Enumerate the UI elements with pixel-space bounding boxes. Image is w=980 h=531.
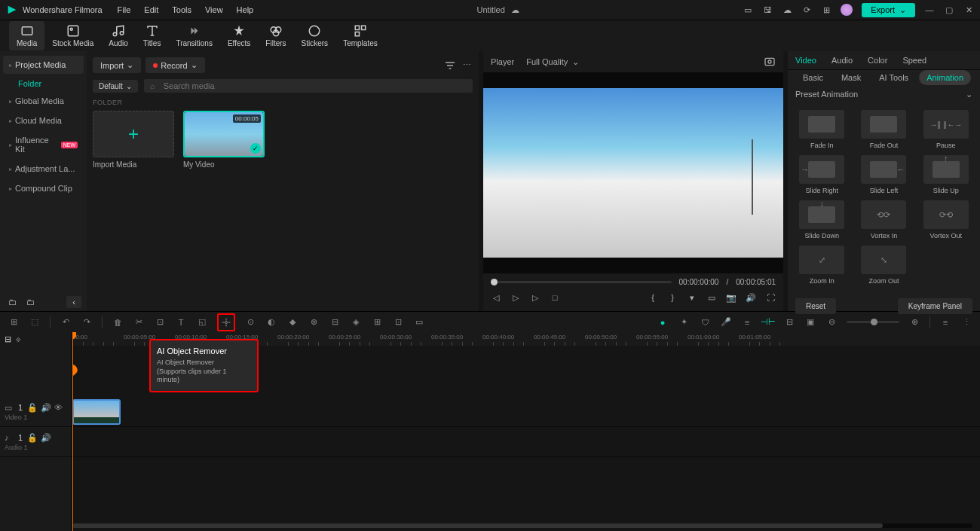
save-icon[interactable]: 🖫 — [762, 5, 773, 15]
crop-button[interactable]: ⊡ — [154, 316, 166, 328]
mix-icon[interactable]: ✦ — [678, 316, 690, 328]
anim-zoom-in[interactable]: ⤢Zoom In — [794, 246, 850, 285]
split-button[interactable]: ✂ — [133, 316, 145, 328]
subtab-animation[interactable]: Animation — [919, 70, 971, 85]
trim-icon[interactable]: ⊟ — [5, 334, 11, 344]
sidebar-item-project-media[interactable]: ▸Project Media — [3, 56, 84, 74]
keyframe-panel-button[interactable]: Keyframe Panel — [898, 298, 972, 314]
play-button[interactable]: ▷ — [530, 292, 541, 303]
layout-icon[interactable]: ⊞ — [8, 316, 20, 328]
close-button[interactable]: ✕ — [963, 5, 974, 15]
sidebar-item-influence-kit[interactable]: ▸Influence KitNEW — [3, 131, 84, 158]
mark-in-button[interactable]: { — [648, 292, 658, 303]
export-button[interactable]: Export ⌄ — [862, 3, 915, 17]
anim-vortex-out[interactable]: ⟳⟲Vortex Out — [918, 200, 974, 240]
apps-icon[interactable]: ⊞ — [821, 5, 831, 15]
fullscreen-icon[interactable]: ⛶ — [765, 292, 776, 303]
preset-animation-header[interactable]: Preset Animation ⌄ — [788, 85, 980, 104]
record-button[interactable]: Record⌄ — [145, 57, 204, 73]
video-clip[interactable] — [72, 399, 121, 425]
anim-pause[interactable]: →‖ ‖←→Pause — [918, 110, 974, 149]
rtab-video[interactable]: Video — [795, 51, 816, 69]
snapshot-icon[interactable] — [764, 56, 776, 68]
user-avatar[interactable] — [841, 4, 853, 16]
magnet-icon[interactable]: ⊣⊢ — [762, 316, 774, 328]
redo-button[interactable]: ↷ — [81, 316, 93, 328]
search-input[interactable] — [164, 81, 467, 90]
filter-icon[interactable] — [444, 60, 456, 72]
mic-icon[interactable]: 🎤 — [720, 316, 732, 328]
display-icon[interactable]: ▭ — [706, 292, 717, 303]
anim-fade-in[interactable]: Fade In — [794, 110, 850, 149]
tab-media[interactable]: Media — [9, 21, 44, 50]
stop-button[interactable]: □ — [550, 292, 560, 303]
green-tool-icon[interactable]: ● — [657, 316, 669, 328]
ai-object-remover-button[interactable] — [217, 313, 235, 331]
undo-button[interactable]: ↶ — [60, 316, 72, 328]
quality-dropdown[interactable]: Full Quality⌄ — [526, 57, 579, 67]
anim-slide-left[interactable]: ←Slide Left — [856, 155, 911, 194]
sidebar-item-global-media[interactable]: ▸Global Media — [3, 92, 84, 110]
collapse-sidebar-button[interactable]: ‹ — [66, 296, 81, 308]
sort-button[interactable]: Default⌄ — [93, 80, 138, 93]
refresh-icon[interactable]: ⟳ — [801, 5, 812, 15]
tab-effects[interactable]: Effects — [220, 21, 258, 50]
lock-icon[interactable]: 🔓 — [27, 433, 36, 442]
keyframe-button[interactable]: ◆ — [286, 316, 299, 328]
video-preview[interactable] — [483, 72, 783, 273]
video-track[interactable] — [72, 397, 980, 427]
zoom-out-button[interactable]: ⊖ — [825, 316, 838, 328]
tab-stock-media[interactable]: Stock Media — [44, 21, 101, 50]
tab-transitions[interactable]: Transitions — [168, 21, 220, 50]
reset-button[interactable]: Reset — [795, 298, 836, 314]
import-media-card[interactable]: + Import Media — [93, 111, 174, 169]
playhead[interactable] — [72, 332, 73, 531]
sidebar-item-cloud-media[interactable]: ▸Cloud Media — [3, 111, 84, 130]
group-button[interactable]: ⊞ — [371, 316, 383, 328]
anim-vortex-in[interactable]: ⟲⟳Vortex In — [856, 200, 911, 240]
video-track-header[interactable]: ▭ 1 🔓 🔊 👁 Video 1 — [0, 397, 72, 427]
camera-icon[interactable]: 📷 — [726, 292, 737, 303]
sidebar-item-adjustment-layer[interactable]: ▸Adjustment La... — [3, 160, 84, 178]
duration-button[interactable]: ⊕ — [308, 316, 320, 328]
link-toggle-icon[interactable]: ⟐ — [16, 334, 21, 343]
menu-tools[interactable]: Tools — [172, 5, 191, 14]
zoom-in-button[interactable]: ⊕ — [908, 316, 920, 328]
marker-icon[interactable]: ▾ — [687, 292, 697, 303]
tab-stickers[interactable]: Stickers — [294, 21, 336, 50]
new-folder-icon[interactable]: 🗀 — [6, 296, 18, 308]
rtab-color[interactable]: Color — [868, 51, 887, 69]
link-icon[interactable]: ⊟ — [783, 316, 795, 328]
visibility-icon[interactable]: 👁 — [54, 403, 63, 412]
color-button[interactable]: ◐ — [265, 316, 277, 328]
render-button[interactable]: ▭ — [413, 316, 425, 328]
delete-button[interactable]: 🗑 — [112, 316, 124, 328]
minimize-button[interactable]: — — [924, 5, 935, 15]
subtab-basic[interactable]: Basic — [795, 70, 831, 85]
seek-handle[interactable] — [491, 279, 498, 285]
prev-frame-button[interactable]: ◁ — [491, 292, 501, 303]
selection-icon[interactable]: ⬚ — [29, 316, 41, 328]
timeline-scrollbar[interactable] — [72, 523, 972, 529]
zoom-handle[interactable] — [871, 319, 877, 325]
timeline-view-icon[interactable]: ≡ — [939, 316, 951, 328]
audio-track-header[interactable]: ♪ 1 🔓 🔊 Audio 1 — [0, 427, 72, 457]
cloud-sync-icon[interactable]: ☁ — [511, 5, 519, 15]
timeline-more-icon[interactable]: ⋮ — [960, 316, 972, 328]
mute-icon[interactable]: 🔊 — [41, 403, 50, 412]
anim-fade-out[interactable]: Fade Out — [856, 110, 911, 149]
sidebar-sub-folder[interactable]: Folder — [3, 75, 84, 92]
crop-zoom-button[interactable]: ◱ — [196, 316, 208, 328]
seek-bar[interactable] — [491, 281, 672, 283]
speed-button[interactable]: ⊙ — [244, 316, 256, 328]
menu-help[interactable]: Help — [237, 5, 254, 14]
more-icon[interactable]: ⋯ — [461, 60, 473, 72]
zoom-slider[interactable] — [847, 321, 899, 323]
anim-slide-down[interactable]: ↓Slide Down — [794, 200, 850, 240]
volume-icon[interactable]: 🔊 — [746, 292, 756, 303]
marker-button[interactable]: ◈ — [350, 316, 362, 328]
subtab-ai-tools[interactable]: AI Tools — [871, 70, 916, 85]
screen-icon[interactable]: ▭ — [743, 5, 753, 15]
tab-audio[interactable]: Audio — [101, 21, 136, 50]
new-bin-icon[interactable]: 🗀 — [24, 296, 36, 308]
